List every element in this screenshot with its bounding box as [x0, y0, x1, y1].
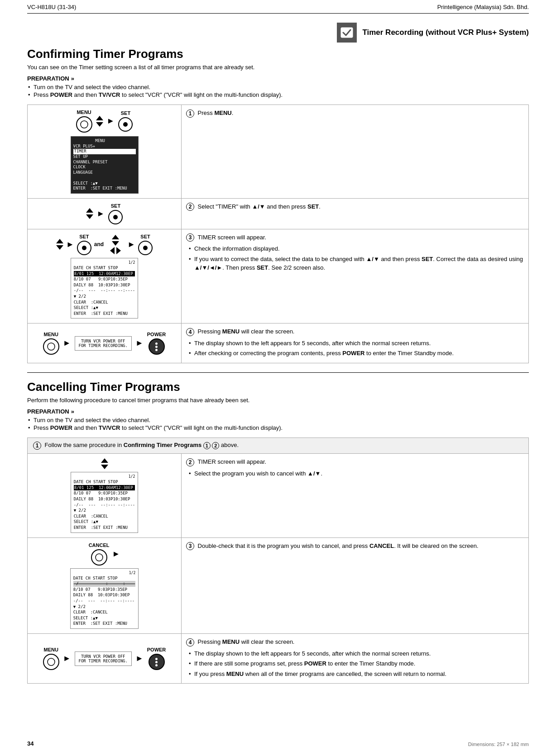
chevrons-1: »: [71, 75, 74, 82]
step-sub-4-1: After checking or correcting the program…: [186, 349, 524, 358]
prep-text-2: PREPARATION: [27, 408, 69, 415]
arrow-right-2: ►: [97, 209, 105, 219]
header-right: Printelligence (Malaysia) Sdn. Bhd.: [437, 4, 529, 10]
left-cell-1-2: ► SET: [28, 198, 182, 229]
instr-table-1: MENU ► SET: [27, 105, 529, 363]
down-arrow: [96, 122, 103, 127]
step-num-s2-3: 3: [186, 542, 194, 550]
right-arrow: [116, 247, 125, 254]
set-label-1: SET: [121, 110, 130, 116]
step-sub-3-0: Check the information displayed.: [186, 244, 524, 253]
arrow-right-8: ►: [63, 654, 71, 663]
set-btn-4[interactable]: [138, 241, 153, 255]
down-arrow-3: [56, 245, 63, 250]
step-num-follow: 1: [33, 442, 41, 450]
svg-point-2: [48, 343, 55, 350]
menu-btn-2[interactable]: [43, 338, 59, 355]
arrows-3: [56, 239, 63, 250]
table-row: MENU ► TURN VCR POWER OFF FOR TIMER RECO…: [28, 634, 529, 684]
circle-num-1: 1: [203, 442, 211, 449]
left-cell-1-4: MENU ► TURN VCR POWER OFF FOR TIMER RECO…: [28, 323, 182, 363]
table-row: MENU ► SET: [28, 105, 529, 199]
step-num-s2-4: 4: [186, 638, 194, 647]
step-num-2: 2: [186, 203, 194, 211]
svg-point-3: [96, 554, 103, 561]
circle-num-2: 2: [212, 442, 219, 449]
step-sub-4-0: The display shown to the left appears fo…: [186, 339, 524, 348]
set-label-4: SET: [140, 234, 150, 239]
up-arrow-5: [101, 458, 108, 463]
table-row: ► SET and: [28, 229, 529, 323]
power-btn-1[interactable]: [149, 338, 165, 355]
cancel-btn-1[interactable]: [91, 549, 107, 566]
svg-point-4: [48, 658, 55, 666]
prep-text-1: PREPARATION: [27, 75, 69, 82]
screen-timer-3: 1/2 DATE CH START STOP -/-- --- --:--- -…: [70, 568, 139, 629]
menu-label-2: MENU: [44, 332, 58, 337]
table-row: ► SET 2 Select "TIMER" with ▲/▼ and then…: [28, 198, 529, 229]
section2-heading: Cancelling Timer Programs: [27, 380, 529, 394]
preparation-label-1: PREPARATION »: [27, 75, 529, 82]
prep-list-1: Turn on the TV and select the video chan…: [27, 84, 529, 98]
arrow-right-7: ►: [112, 549, 120, 559]
section-icon: [337, 23, 357, 43]
arrow-right-6: ►: [135, 338, 144, 348]
chevrons-2: »: [71, 408, 74, 415]
prep-item-2-0: Turn on the TV and select the video chan…: [27, 417, 529, 423]
follow-step-cell: 1 Follow the same procedure in Confirmin…: [28, 437, 529, 453]
table-row-follow: 1 Follow the same procedure in Confirmin…: [28, 437, 529, 453]
set-btn-1[interactable]: [118, 117, 133, 132]
up-arrow-3: [56, 239, 63, 243]
right-cell-1-3: 3 TIMER screen will appear. Check the in…: [182, 229, 529, 323]
arrows-4: [112, 235, 119, 246]
left-cell-2-2: 1/2 DATE CH START STOP 8/01 125 12:00AM1…: [28, 453, 182, 537]
power-btn-2[interactable]: [149, 654, 165, 670]
arrows-5: [101, 458, 108, 469]
page-header: VC-H818U (31-34) Printelligence (Malaysi…: [27, 0, 529, 14]
left-cell-1-1: MENU ► SET: [28, 105, 182, 199]
screen-timer-1: 1/2 DATE CH START STOP 8/01 125 12:00AM1…: [71, 258, 138, 319]
page-number: 34: [27, 740, 34, 747]
up-arrow: [96, 116, 103, 120]
step-sub-s2-4-1: If there are still some programs set, pr…: [186, 659, 524, 668]
step-num-3: 3: [186, 233, 194, 242]
right-cell-2-2: 2 TIMER screen will appear. Select the p…: [182, 453, 529, 537]
prep-list-2: Turn on the TV and select the video chan…: [27, 417, 529, 431]
set-btn-2[interactable]: [108, 210, 123, 224]
right-cell-2-3: 3 Double-check that it is the program yo…: [182, 537, 529, 634]
down-arrow-4: [112, 241, 119, 246]
step-num-s2-2: 2: [186, 458, 194, 466]
step-num-1: 1: [186, 109, 194, 118]
left-cell-1-3: ► SET and: [28, 229, 182, 323]
set-label-3: SET: [79, 234, 89, 239]
set-btn-3[interactable]: [77, 241, 91, 255]
down-arrow-5: [101, 465, 108, 469]
section2-subtext: Perform the following procedure to cance…: [27, 397, 529, 404]
down-arrow-2: [86, 214, 93, 219]
and-text: and: [94, 241, 104, 247]
arrow-right-4: ►: [127, 240, 135, 249]
menu-label-1: MENU: [77, 109, 91, 115]
prep-item-1-0: Turn on the TV and select the video chan…: [27, 84, 529, 90]
right-cell-2-4: 4 Pressing MENU will clear the screen. T…: [182, 634, 529, 684]
menu-btn-3[interactable]: [43, 654, 59, 670]
screen-msg-2: TURN VCR POWER OFF FOR TIMER RECORDING.: [75, 651, 132, 666]
step-num-4: 4: [186, 328, 194, 336]
step-sub-s2-4-2: If you press MENU when all of the timer …: [186, 670, 524, 679]
table-row: 1/2 DATE CH START STOP 8/01 125 12:00AM1…: [28, 453, 529, 537]
step-sub-s2-4-0: The display shown to the left appears fo…: [186, 649, 524, 658]
menu-btn-1[interactable]: [76, 116, 92, 133]
arrow-right-1: ►: [107, 116, 115, 126]
prep-item-1-1: Press POWER and then TV/VCR to select "V…: [27, 91, 529, 98]
up-arrow-2: [86, 208, 93, 213]
step-sub-s2-2-0: Select the program you wish to cancel wi…: [186, 469, 524, 478]
left-cell-2-4: MENU ► TURN VCR POWER OFF FOR TIMER RECO…: [28, 634, 182, 684]
menu-label-3: MENU: [44, 647, 58, 652]
screen-timer-2: 1/2 DATE CH START STOP 8/01 125 12:00AM1…: [71, 472, 138, 533]
prep-item-2-1: Press POWER and then TV/VCR to select "V…: [27, 424, 529, 431]
dimensions: Dimensions: 257 × 182 mm: [468, 742, 529, 747]
right-cell-1-1: 1 Press MENU.: [182, 105, 529, 199]
right-cell-1-2: 2 Select "TIMER" with ▲/▼ and then press…: [182, 198, 529, 229]
arrow-right-3: ►: [66, 240, 74, 249]
arrow-right-9: ►: [135, 654, 144, 663]
